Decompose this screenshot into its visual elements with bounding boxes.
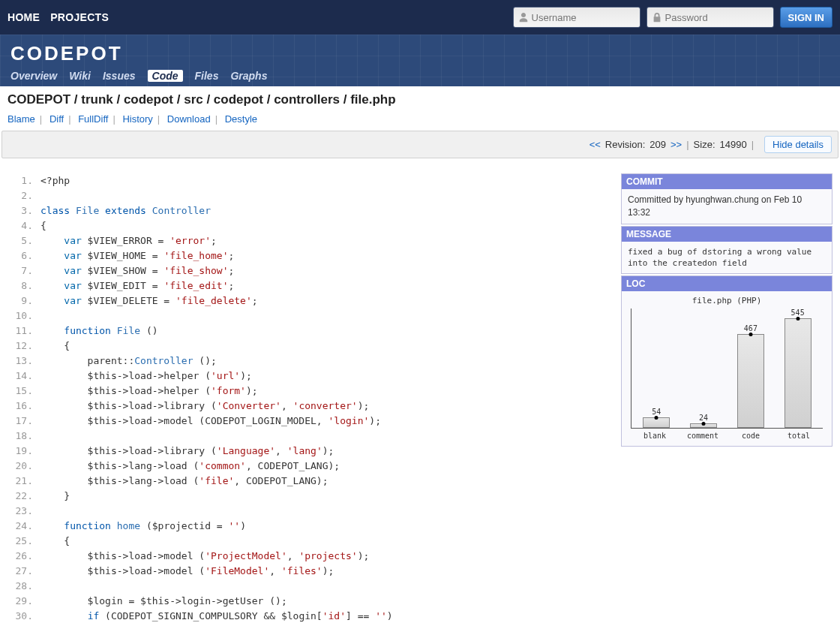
app-title: CODEPOT bbox=[10, 42, 830, 65]
banner: CODEPOT Overview Wiki Issues Code Files … bbox=[0, 35, 840, 86]
diff-link[interactable]: Diff bbox=[50, 113, 64, 125]
tab-files[interactable]: Files bbox=[195, 70, 219, 82]
code-line: 27 $this->load->model ('FileModel', 'fil… bbox=[8, 564, 610, 579]
tab-graphs[interactable]: Graphs bbox=[230, 70, 267, 82]
commit-header: COMMIT bbox=[622, 174, 832, 189]
blame-link[interactable]: Blame bbox=[8, 113, 35, 125]
chart-bar: 54 bbox=[638, 408, 675, 428]
loc-panel: LOC file.php (PHP) 5424467545 blankcomme… bbox=[621, 275, 832, 447]
code-line: 19 $this->load->library ('Language', 'la… bbox=[8, 444, 610, 459]
tab-issues[interactable]: Issues bbox=[103, 70, 136, 82]
tab-wiki[interactable]: Wiki bbox=[69, 70, 91, 82]
download-link[interactable]: Download bbox=[167, 113, 211, 125]
chart-bar: 467 bbox=[732, 324, 770, 428]
home-link[interactable]: HOME bbox=[8, 11, 40, 23]
code-line: 20 $this->lang->load ('common', CODEPOT_… bbox=[8, 459, 610, 474]
commit-body: Committed by hyunghwan.chung on Feb 10 1… bbox=[622, 189, 832, 224]
code-line: 30 if (CODEPOT_SIGNIN_COMPULSORY && $log… bbox=[8, 609, 610, 624]
code-line: 22 } bbox=[8, 489, 610, 504]
size-label: Size: bbox=[694, 139, 716, 150]
code-line: 6 var $VIEW_HOME = 'file_home'; bbox=[8, 248, 610, 263]
file-actions: Blame| Diff| FullDiff| History| Download… bbox=[0, 110, 840, 131]
fulldiff-link[interactable]: FullDiff bbox=[78, 113, 108, 125]
code-line: 26 $this->load->model ('ProjectModel', '… bbox=[8, 549, 610, 564]
loc-header: LOC bbox=[622, 276, 832, 291]
destyle-link[interactable]: Destyle bbox=[225, 113, 257, 125]
revision-bar: << Revision: 209 >> | Size: 14990 | Hide… bbox=[2, 131, 838, 158]
code-viewer: 1<?php23class File extends Controller4{5… bbox=[8, 173, 610, 624]
lock-icon bbox=[652, 12, 662, 23]
next-rev-link[interactable]: >> bbox=[670, 139, 682, 150]
code-line: 17 $this->load->model (CODEPOT_LOGIN_MOD… bbox=[8, 414, 610, 429]
code-line: 8 var $VIEW_EDIT = 'file_edit'; bbox=[8, 278, 610, 293]
user-icon bbox=[518, 12, 529, 23]
chart-title: file.php (PHP) bbox=[626, 296, 827, 305]
code-line: 12 { bbox=[8, 339, 610, 354]
breadcrumb: CODEPOT / trunk / codepot / src / codepo… bbox=[0, 86, 840, 110]
message-body: fixed a bug of dstoring a wrong value in… bbox=[622, 242, 832, 274]
prev-rev-link[interactable]: << bbox=[590, 139, 601, 150]
commit-panel: COMMIT Committed by hyunghwan.chung on F… bbox=[621, 173, 832, 224]
password-field-wrap[interactable] bbox=[646, 7, 774, 28]
code-line: 14 $this->load->helper ('url'); bbox=[8, 369, 610, 384]
chart-bar: 545 bbox=[779, 308, 817, 428]
projects-link[interactable]: PROJECTS bbox=[50, 11, 109, 23]
message-panel: MESSAGE fixed a bug of dstoring a wrong … bbox=[621, 226, 832, 275]
code-line: 21 $this->lang->load ('file', CODEPOT_LA… bbox=[8, 474, 610, 489]
code-line: 29 $login = $this->login->getUser (); bbox=[8, 594, 610, 609]
code-line: 10 bbox=[8, 308, 610, 324]
code-line: 13 parent::Controller (); bbox=[8, 354, 610, 369]
username-field-wrap[interactable] bbox=[513, 7, 640, 28]
code-line: 9 var $VIEW_DELETE = 'file_delete'; bbox=[8, 293, 610, 308]
code-line: 28 bbox=[8, 579, 610, 594]
size-value: 14990 bbox=[720, 139, 747, 150]
loc-chart: file.php (PHP) 5424467545 blankcommentco… bbox=[622, 291, 832, 446]
code-line: 23 bbox=[8, 504, 610, 519]
code-line: 4{ bbox=[8, 218, 610, 233]
topbar: HOME PROJECTS SIGN IN bbox=[0, 0, 840, 35]
code-line: 7 var $VIEW_SHOW = 'file_show'; bbox=[8, 263, 610, 278]
code-line: 5 var $VIEW_ERROR = 'error'; bbox=[8, 233, 610, 248]
code-line: 16 $this->load->library ('Converter', 'c… bbox=[8, 399, 610, 414]
chart-bar: 24 bbox=[685, 414, 722, 428]
message-header: MESSAGE bbox=[622, 227, 832, 242]
sidebar: COMMIT Committed by hyunghwan.chung on F… bbox=[621, 173, 832, 624]
password-input[interactable] bbox=[665, 12, 769, 23]
signin-button[interactable]: SIGN IN bbox=[780, 7, 832, 28]
username-input[interactable] bbox=[532, 12, 635, 23]
tab-overview[interactable]: Overview bbox=[10, 70, 57, 82]
code-line: 18 bbox=[8, 429, 610, 444]
rev-label: Revision: bbox=[605, 139, 645, 150]
history-link[interactable]: History bbox=[122, 113, 152, 125]
code-line: 11 function File () bbox=[8, 324, 610, 339]
tab-code[interactable]: Code bbox=[148, 70, 183, 82]
hide-details-button[interactable]: Hide details bbox=[764, 136, 832, 153]
code-line: 24 function home ($projectid = '') bbox=[8, 519, 610, 534]
code-line: 1<?php bbox=[8, 173, 610, 188]
code-line: 25 { bbox=[8, 534, 610, 549]
code-line: 15 $this->load->helper ('form'); bbox=[8, 384, 610, 399]
rev-number: 209 bbox=[650, 139, 666, 150]
code-line: 2 bbox=[8, 188, 610, 203]
code-line: 3class File extends Controller bbox=[8, 203, 610, 218]
